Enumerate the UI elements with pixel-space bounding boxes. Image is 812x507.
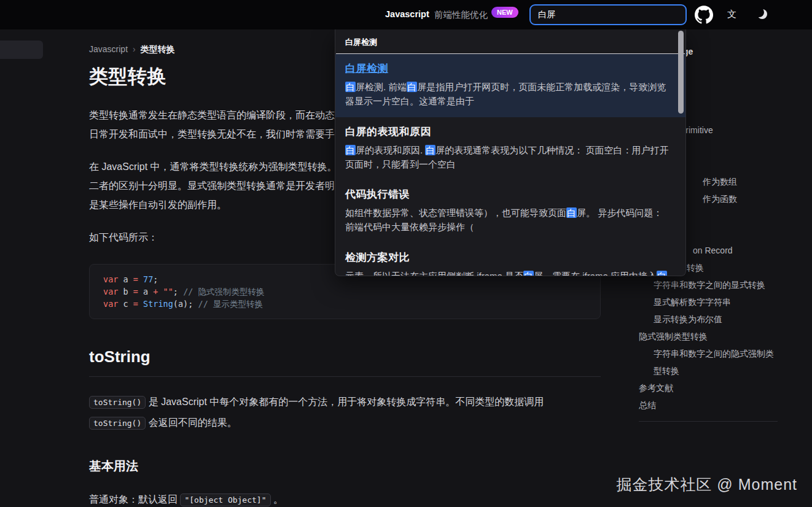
github-icon[interactable] xyxy=(695,6,713,24)
toc-item[interactable]: 转换 xyxy=(687,259,779,276)
top-navbar: Javascript 前端性能优化 NEW 文 xyxy=(0,0,812,29)
code-token: ; xyxy=(173,287,183,296)
desc-text: 屏的表现和原因. xyxy=(356,145,425,155)
desc-text: 元素，所以无法在主应用侧判断 iframe 是否 xyxy=(345,271,523,277)
toc-item[interactable]: 显式解析数字字符串 xyxy=(654,293,779,311)
translate-icon[interactable]: 文 xyxy=(727,9,736,20)
toc-item[interactable]: 参考文献 xyxy=(639,379,779,397)
code-token: ; xyxy=(153,274,158,284)
search-result[interactable]: 检测方案对比元素，所以无法在主应用侧判断 iframe 是否白屏，需要在 ifr… xyxy=(335,243,685,277)
search-term-highlight: 白 xyxy=(566,207,577,218)
tostring-paragraph: toString() 是 JavaScript 中每个对象都有的一个方法，用于将… xyxy=(89,392,601,433)
code-token xyxy=(138,299,143,309)
code-token: b xyxy=(118,287,133,296)
search-term-highlight: 白 xyxy=(523,271,534,277)
toc-item[interactable]: 总结 xyxy=(639,397,779,414)
search-result[interactable]: 白屏的表现和原因白屏的表现和原因. 白屏的表现通常表现为以下几种情况： 页面空白… xyxy=(335,117,685,180)
moon-icon[interactable] xyxy=(757,9,767,19)
toc-item[interactable]: 作为函数 xyxy=(703,190,779,207)
code-token: = xyxy=(133,287,138,296)
toc-item[interactable]: 字符串和数字之间的显式转换 xyxy=(654,276,779,293)
toc-header: ge xyxy=(683,47,779,59)
search-result-title: 白屏的表现和原因 xyxy=(345,125,670,139)
code-token: "" xyxy=(163,287,173,296)
inline-code: "[object Object]" xyxy=(180,493,270,506)
search-results-list: 白屏检测白屏检测. 前端白屏是指用户打开网页时，页面未能正常加载或渲染，导致浏览… xyxy=(335,54,685,276)
search-term-highlight: 白 xyxy=(407,82,417,92)
search-result-desc: 白屏的表现和原因. 白屏的表现通常表现为以下几种情况： 页面空白：用户打开页面时… xyxy=(345,143,670,172)
toc-item[interactable]: on Record xyxy=(693,242,779,259)
dropdown-scrollbar-thumb[interactable] xyxy=(678,31,684,114)
toc-divider xyxy=(639,421,778,422)
section-title-tostring: toString xyxy=(89,347,601,377)
search-result-title: 检测方案对比 xyxy=(345,250,670,265)
nav-link-javascript[interactable]: Javascript xyxy=(385,9,429,19)
breadcrumb-current: 类型转换 xyxy=(141,44,175,54)
code-token: = xyxy=(133,274,138,284)
search-result[interactable]: 代码执行错误如组件数据异常、状态管理错误等），也可能导致页面白屏。 异步代码问题… xyxy=(335,180,685,243)
code-token: var xyxy=(103,299,118,309)
search-term-highlight: 白 xyxy=(657,271,667,277)
sub-title-basic-usage: 基本用法 xyxy=(89,458,601,474)
code-token: String xyxy=(143,299,173,309)
search-result-desc: 元素，所以无法在主应用侧判断 iframe 是否白屏，需要在 iframe 应用… xyxy=(345,269,670,277)
breadcrumb-parent[interactable]: Javascript xyxy=(89,44,128,54)
toc-item[interactable]: 隐式强制类型转换 xyxy=(639,328,779,345)
code-token: c xyxy=(118,299,133,309)
search-result-title: 白屏检测 xyxy=(345,61,670,75)
code-token: // 隐式强制类型转换 xyxy=(183,287,264,296)
desc-text: 屏，需要在 iframe 应用内接入 xyxy=(534,271,657,277)
code-token xyxy=(158,287,163,296)
search-term-highlight: 白 xyxy=(345,82,356,92)
desc-text: 屏检测. 前端 xyxy=(356,82,407,92)
code-token: (a) xyxy=(173,299,188,309)
code-line: var b = a + ""; // 隐式强制类型转换 xyxy=(103,285,587,298)
sidebar-stub[interactable] xyxy=(0,41,43,59)
search-term-highlight: 白 xyxy=(345,145,356,155)
code-token: var xyxy=(103,287,118,296)
code-token: ; xyxy=(188,299,198,309)
toc-item[interactable]: 显示转换为布尔值 xyxy=(654,311,779,328)
basic-usage-paragraph: 普通对象：默认返回 "[object Object]" 。 xyxy=(89,489,601,507)
search-result-title: 代码执行错误 xyxy=(345,187,670,201)
search-results-header: 白屏检测 xyxy=(335,29,685,53)
nav-link-performance[interactable]: 前端性能优化 xyxy=(434,9,488,21)
code-token: = xyxy=(133,299,138,309)
code-token: a xyxy=(118,274,133,284)
search-result-desc: 白屏检测. 前端白屏是指用户打开网页时，页面未能正常加载或渲染，导致浏览器显示一… xyxy=(345,80,670,109)
search-results-dropdown: 白屏检测 白屏检测白屏检测. 前端白屏是指用户打开网页时，页面未能正常加载或渲染… xyxy=(335,29,686,276)
new-badge: NEW xyxy=(491,7,518,18)
toc-item[interactable]: 类 xyxy=(677,87,779,104)
code-token: var xyxy=(103,274,118,284)
code-token: 77 xyxy=(143,274,153,284)
desc-text: 如组件数据异常、状态管理错误等），也可能导致页面 xyxy=(345,207,566,218)
search-term-highlight: 白 xyxy=(425,145,435,155)
search-result[interactable]: 白屏检测白屏检测. 前端白屏是指用户打开网页时，页面未能正常加载或渲染，导致浏览… xyxy=(335,54,685,117)
inline-code: toString() xyxy=(89,396,146,409)
toc-item[interactable]: 字符串和数字之间的隐式强制类型转换 xyxy=(654,345,779,379)
search-result-desc: 如组件数据异常、状态管理错误等），也可能导致页面白屏。 异步代码问题：前端代码中… xyxy=(345,206,670,234)
watermark: 掘金技术社区 @ Moment xyxy=(616,474,797,495)
toc-item[interactable]: 作为数组 xyxy=(703,173,779,190)
toc-item[interactable]: Primitive xyxy=(680,122,779,139)
toc-item[interactable]: 化 xyxy=(673,139,779,156)
inline-code: toString() xyxy=(89,417,146,430)
breadcrumb-separator: › xyxy=(133,44,136,54)
code-token: // 显示类型转换 xyxy=(198,299,263,309)
search-input[interactable] xyxy=(529,4,687,25)
code-token: a xyxy=(138,287,153,296)
code-token xyxy=(138,274,143,284)
code-line: var c = String(a); // 显示类型转换 xyxy=(103,298,587,310)
